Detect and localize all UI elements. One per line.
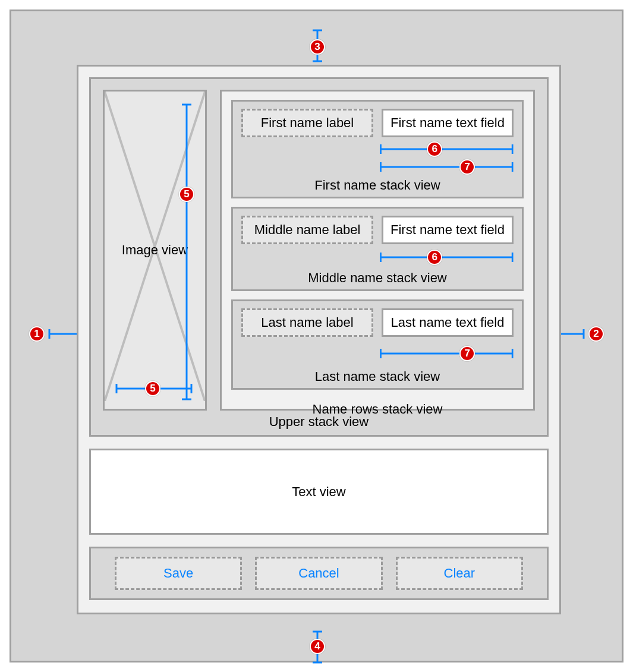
save-button[interactable]: Save [115, 557, 242, 590]
middle-name-caption: Middle name stack view [241, 270, 514, 286]
upper-stack-caption: Upper stack view [103, 414, 535, 430]
first-name-text-field[interactable]: First name text field [382, 109, 514, 137]
middle-name-text-field[interactable]: First name text field [382, 216, 514, 244]
badge-6-middle: 6 [427, 250, 442, 265]
badge-7-first: 7 [459, 159, 475, 175]
first-name-label: First name label [241, 109, 373, 137]
badge-4: 4 [310, 639, 325, 654]
text-view-label: Text view [292, 484, 345, 500]
superview: 3 1 2 4 [10, 10, 623, 662]
last-name-caption: Last name stack view [241, 369, 514, 384]
cancel-button[interactable]: Cancel [255, 557, 382, 590]
middle-name-label: Middle name label [241, 216, 373, 244]
badge-6-first: 6 [427, 141, 442, 157]
constraint-top: 3 [311, 29, 323, 62]
button-stack-view: Save Cancel Clear [89, 547, 549, 600]
badge-5-v: 5 [179, 187, 194, 202]
last-name-stack-view: Last name label Last name text field [231, 299, 524, 390]
first-name-caption: First name stack view [241, 178, 514, 193]
last-name-label: Last name label [241, 308, 373, 337]
badge-5-h: 5 [145, 381, 160, 396]
first-name-stack-view: First name label First name text field [231, 100, 524, 198]
constraint-left: 1 [29, 326, 81, 342]
diagram-stage: 3 1 2 4 [0, 0, 633, 672]
constraint-image-height: 5 [181, 103, 193, 400]
name-rows-stack-view: First name label First name text field [220, 90, 535, 411]
upper-stack-view: Image view 5 [89, 77, 549, 437]
text-view[interactable]: Text view [89, 449, 549, 535]
middle-name-stack-view: Middle name label First name text field [231, 207, 524, 291]
constraint-image-width: 5 [115, 383, 193, 395]
badge-2: 2 [588, 326, 604, 342]
badge-3: 3 [310, 39, 325, 55]
last-name-text-field[interactable]: Last name text field [382, 308, 514, 337]
image-view: Image view 5 [103, 90, 207, 411]
clear-button[interactable]: Clear [396, 557, 523, 590]
badge-7-last: 7 [459, 346, 475, 361]
badge-1: 1 [29, 326, 45, 342]
constraint-bottom: 4 [311, 630, 323, 664]
root-stack-view: Image view 5 [77, 65, 561, 614]
